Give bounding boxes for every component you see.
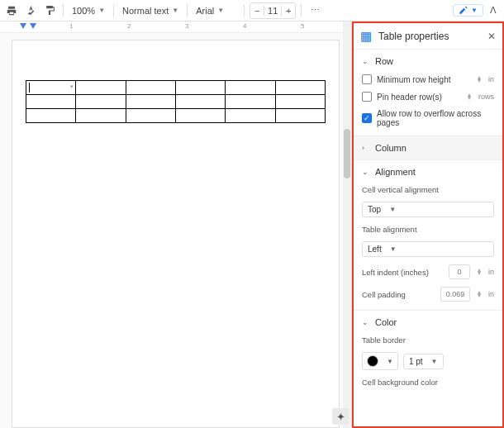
table-row — [26, 109, 326, 123]
font-size-increase[interactable]: + — [282, 6, 295, 16]
more-tools-icon[interactable]: ⋯ — [307, 2, 323, 19]
indent-input[interactable] — [449, 264, 470, 279]
font-size-decrease[interactable]: − — [250, 6, 264, 16]
toolbar: 100%▼ Normal text▼ Arial▼ − 11 + ⋯ ▼ ᐱ — [0, 0, 504, 21]
font-dropdown[interactable]: Arial▼ — [193, 2, 239, 19]
print-icon[interactable] — [3, 2, 20, 19]
border-width-select[interactable]: 1 pt▼ — [403, 354, 444, 369]
vert-align-select[interactable]: Top▼ — [362, 202, 494, 217]
indent-label: Left indent (inches) — [362, 268, 444, 277]
table-row: ▾ — [26, 81, 326, 95]
chevron-down-icon: ⌄ — [362, 318, 370, 326]
explore-button[interactable]: ✦ — [332, 408, 349, 425]
spellcheck-icon[interactable] — [22, 2, 39, 19]
table-align-select[interactable]: Left▼ — [362, 241, 494, 257]
column-section-header[interactable]: ›Column — [354, 136, 502, 159]
paint-format-icon[interactable] — [41, 2, 58, 19]
scrollbar[interactable] — [343, 21, 351, 428]
min-row-height-checkbox[interactable] — [362, 74, 372, 84]
cell-menu-icon[interactable]: ▾ — [70, 83, 74, 90]
padding-input[interactable] — [440, 287, 470, 302]
ruler[interactable]: 1 2 3 4 5 — [0, 21, 351, 33]
min-row-height-label: Minimum row height — [377, 75, 470, 84]
padding-label: Cell padding — [362, 290, 435, 299]
table-icon: ▦ — [360, 29, 372, 44]
pin-header-label: Pin header row(s) — [377, 93, 460, 102]
font-size-control: − 11 + — [250, 2, 296, 19]
zoom-dropdown[interactable]: 100%▼ — [69, 2, 108, 19]
collapse-toolbar-button[interactable]: ᐱ — [486, 5, 501, 16]
close-icon[interactable]: ✕ — [487, 31, 496, 42]
pin-header-checkbox[interactable] — [362, 92, 372, 102]
editing-mode-button[interactable]: ▼ — [453, 4, 483, 17]
border-label: Table border — [362, 335, 494, 345]
alignment-section-header[interactable]: ⌄Alignment — [354, 160, 502, 183]
table-row — [26, 95, 326, 109]
border-color-select[interactable]: ▼ — [362, 352, 398, 370]
panel-title: Table properties — [378, 31, 481, 42]
document-table[interactable]: ▾ — [26, 80, 326, 123]
table-properties-panel: ▦ Table properties ✕ ⌄Row Minimum row he… — [352, 21, 504, 428]
color-section-header[interactable]: ⌄Color — [354, 311, 502, 334]
overflow-checkbox[interactable]: ✓ — [362, 113, 372, 123]
chevron-down-icon: ⌄ — [362, 57, 370, 65]
vert-align-label: Cell vertical alignment — [362, 185, 494, 194]
row-section-header[interactable]: ⌄Row — [354, 50, 502, 73]
bg-color-label: Cell background color — [362, 378, 494, 387]
document-area: 1 2 3 4 5 ▾ ✦ — [0, 21, 352, 428]
font-size-value[interactable]: 11 — [264, 6, 282, 16]
chevron-down-icon: ⌄ — [362, 168, 370, 176]
table-align-label: Table alignment — [362, 225, 494, 234]
style-dropdown[interactable]: Normal text▼ — [119, 2, 182, 19]
page[interactable]: ▾ — [12, 40, 340, 428]
chevron-right-icon: › — [362, 144, 370, 152]
overflow-label: Allow row to overflow across pages — [377, 109, 494, 127]
